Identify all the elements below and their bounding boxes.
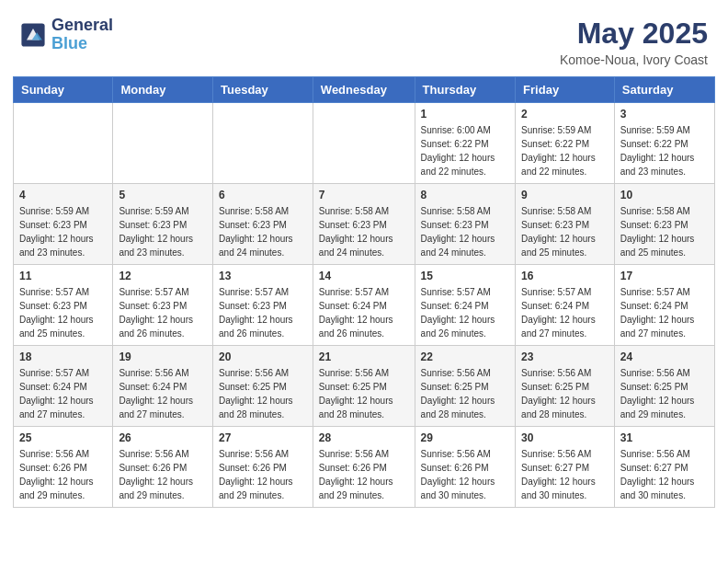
day-number: 5 [119,189,207,201]
table-row: 27Sunrise: 5:56 AM Sunset: 6:26 PM Dayli… [213,427,313,508]
header-thursday: Thursday [415,77,515,103]
day-info: Sunrise: 5:57 AM Sunset: 6:24 PM Dayligh… [319,285,409,340]
table-row: 2Sunrise: 5:59 AM Sunset: 6:22 PM Daylig… [516,103,615,184]
day-number: 29 [421,431,509,444]
logo-line1: General [51,17,113,35]
title-block: May 2025 Komoe-Noua, Ivory Coast [560,17,708,67]
day-number: 14 [319,270,409,282]
day-info: Sunrise: 5:56 AM Sunset: 6:26 PM Dayligh… [119,447,207,502]
header-monday: Monday [113,77,213,103]
calendar-week-row: 25Sunrise: 5:56 AM Sunset: 6:26 PM Dayli… [14,427,715,508]
table-row: 8Sunrise: 5:58 AM Sunset: 6:23 PM Daylig… [415,184,515,265]
header-sunday: Sunday [14,77,113,103]
day-number: 22 [421,350,509,363]
day-info: Sunrise: 5:56 AM Sunset: 6:27 PM Dayligh… [521,447,609,502]
table-row: 17Sunrise: 5:57 AM Sunset: 6:24 PM Dayli… [614,265,714,346]
day-number: 4 [19,189,107,201]
table-row: 28Sunrise: 5:56 AM Sunset: 6:26 PM Dayli… [313,427,415,508]
day-number: 15 [421,270,509,282]
table-row: 16Sunrise: 5:57 AM Sunset: 6:24 PM Dayli… [516,265,615,346]
day-info: Sunrise: 5:58 AM Sunset: 6:23 PM Dayligh… [620,204,709,259]
day-info: Sunrise: 5:59 AM Sunset: 6:23 PM Dayligh… [119,204,207,259]
day-info: Sunrise: 5:58 AM Sunset: 6:23 PM Dayligh… [521,204,609,259]
table-row: 3Sunrise: 5:59 AM Sunset: 6:22 PM Daylig… [614,103,714,184]
day-number: 25 [19,431,107,444]
day-number: 23 [521,350,609,363]
day-number: 18 [19,350,107,363]
day-number: 2 [521,108,609,121]
table-row: 21Sunrise: 5:56 AM Sunset: 6:25 PM Dayli… [313,346,415,427]
header-saturday: Saturday [614,77,714,103]
calendar-week-row: 11Sunrise: 5:57 AM Sunset: 6:23 PM Dayli… [14,265,715,346]
table-row: 15Sunrise: 5:57 AM Sunset: 6:24 PM Dayli… [415,265,515,346]
table-row: 7Sunrise: 5:58 AM Sunset: 6:23 PM Daylig… [313,184,415,265]
day-number: 3 [620,108,709,121]
day-number: 12 [119,270,207,282]
day-number: 13 [219,270,307,282]
table-row: 24Sunrise: 5:56 AM Sunset: 6:25 PM Dayli… [614,346,714,427]
day-info: Sunrise: 5:56 AM Sunset: 6:25 PM Dayligh… [219,366,307,421]
day-info: Sunrise: 5:56 AM Sunset: 6:26 PM Dayligh… [19,447,107,502]
day-number: 27 [219,431,307,444]
day-info: Sunrise: 6:00 AM Sunset: 6:22 PM Dayligh… [421,123,509,178]
table-row: 5Sunrise: 5:59 AM Sunset: 6:23 PM Daylig… [113,184,213,265]
logo: General Blue [20,17,113,53]
table-row: 4Sunrise: 5:59 AM Sunset: 6:23 PM Daylig… [14,184,113,265]
day-number: 26 [119,431,207,444]
table-row [213,103,313,184]
day-info: Sunrise: 5:57 AM Sunset: 6:23 PM Dayligh… [19,285,107,340]
day-info: Sunrise: 5:56 AM Sunset: 6:24 PM Dayligh… [119,366,207,421]
table-row [313,103,415,184]
table-row: 10Sunrise: 5:58 AM Sunset: 6:23 PM Dayli… [614,184,714,265]
table-row: 13Sunrise: 5:57 AM Sunset: 6:23 PM Dayli… [213,265,313,346]
header-wednesday: Wednesday [313,77,415,103]
calendar-table: Sunday Monday Tuesday Wednesday Thursday… [13,76,715,508]
day-info: Sunrise: 5:59 AM Sunset: 6:22 PM Dayligh… [620,123,709,178]
day-number: 10 [620,189,709,201]
day-number: 24 [620,350,709,363]
day-number: 11 [19,270,107,282]
table-row: 29Sunrise: 5:56 AM Sunset: 6:26 PM Dayli… [415,427,515,508]
day-info: Sunrise: 5:56 AM Sunset: 6:25 PM Dayligh… [620,366,709,421]
day-info: Sunrise: 5:56 AM Sunset: 6:26 PM Dayligh… [219,447,307,502]
day-info: Sunrise: 5:56 AM Sunset: 6:25 PM Dayligh… [421,366,509,421]
day-number: 19 [119,350,207,363]
calendar-week-row: 1Sunrise: 6:00 AM Sunset: 6:22 PM Daylig… [14,103,715,184]
day-number: 16 [521,270,609,282]
day-info: Sunrise: 5:56 AM Sunset: 6:26 PM Dayligh… [319,447,409,502]
day-info: Sunrise: 5:59 AM Sunset: 6:23 PM Dayligh… [19,204,107,259]
day-info: Sunrise: 5:56 AM Sunset: 6:27 PM Dayligh… [620,447,709,502]
calendar-week-row: 18Sunrise: 5:57 AM Sunset: 6:24 PM Dayli… [14,346,715,427]
day-info: Sunrise: 5:57 AM Sunset: 6:23 PM Dayligh… [219,285,307,340]
table-row: 22Sunrise: 5:56 AM Sunset: 6:25 PM Dayli… [415,346,515,427]
day-info: Sunrise: 5:58 AM Sunset: 6:23 PM Dayligh… [319,204,409,259]
calendar-week-row: 4Sunrise: 5:59 AM Sunset: 6:23 PM Daylig… [14,184,715,265]
day-info: Sunrise: 5:59 AM Sunset: 6:22 PM Dayligh… [521,123,609,178]
table-row: 19Sunrise: 5:56 AM Sunset: 6:24 PM Dayli… [113,346,213,427]
table-row: 30Sunrise: 5:56 AM Sunset: 6:27 PM Dayli… [516,427,615,508]
table-row: 25Sunrise: 5:56 AM Sunset: 6:26 PM Dayli… [14,427,113,508]
calendar-header-row: Sunday Monday Tuesday Wednesday Thursday… [14,77,715,103]
table-row: 1Sunrise: 6:00 AM Sunset: 6:22 PM Daylig… [415,103,515,184]
table-row: 12Sunrise: 5:57 AM Sunset: 6:23 PM Dayli… [113,265,213,346]
day-info: Sunrise: 5:57 AM Sunset: 6:24 PM Dayligh… [421,285,509,340]
day-info: Sunrise: 5:57 AM Sunset: 6:24 PM Dayligh… [620,285,709,340]
day-info: Sunrise: 5:56 AM Sunset: 6:25 PM Dayligh… [319,366,409,421]
table-row [113,103,213,184]
header-friday: Friday [516,77,615,103]
day-number: 21 [319,350,409,363]
table-row: 31Sunrise: 5:56 AM Sunset: 6:27 PM Dayli… [614,427,714,508]
day-info: Sunrise: 5:57 AM Sunset: 6:24 PM Dayligh… [521,285,609,340]
day-info: Sunrise: 5:56 AM Sunset: 6:25 PM Dayligh… [521,366,609,421]
header-tuesday: Tuesday [213,77,313,103]
day-info: Sunrise: 5:56 AM Sunset: 6:26 PM Dayligh… [421,447,509,502]
day-info: Sunrise: 5:58 AM Sunset: 6:23 PM Dayligh… [421,204,509,259]
page-header: General Blue May 2025 Komoe-Noua, Ivory … [0,0,728,76]
day-number: 28 [319,431,409,444]
day-number: 20 [219,350,307,363]
day-info: Sunrise: 5:57 AM Sunset: 6:23 PM Dayligh… [119,285,207,340]
table-row: 23Sunrise: 5:56 AM Sunset: 6:25 PM Dayli… [516,346,615,427]
day-number: 30 [521,431,609,444]
day-number: 31 [620,431,709,444]
day-number: 6 [219,189,307,201]
